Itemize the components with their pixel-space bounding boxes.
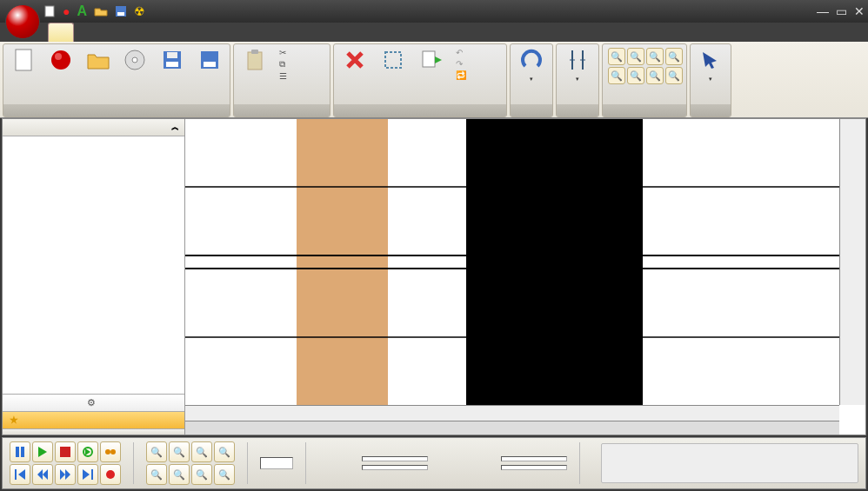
save-file-as-button[interactable]: [192, 46, 226, 76]
zoom-v-in-button[interactable]: 🔍: [608, 67, 625, 84]
goto-start-button[interactable]: [10, 464, 30, 485]
new-record-button[interactable]: [44, 46, 78, 76]
bb-zoom-7[interactable]: 🔍: [191, 464, 212, 485]
play-button[interactable]: [32, 441, 53, 462]
menu-edit[interactable]: [98, 23, 123, 42]
titlebar: ● A ☢ — ▭ ✕: [0, 0, 868, 23]
menu-noise-reduction[interactable]: [147, 23, 171, 42]
tab-favorites[interactable]: ★: [3, 411, 184, 428]
view-button[interactable]: ▾: [694, 46, 727, 85]
zoom-fit-button[interactable]: 🔍: [646, 48, 664, 65]
cut-button[interactable]: ✂: [279, 48, 290, 57]
time-ruler[interactable]: [185, 405, 839, 421]
group-view-label: [691, 104, 731, 116]
svg-point-23: [105, 449, 110, 455]
group-editing-label: [334, 104, 506, 116]
delete-button[interactable]: [337, 46, 372, 76]
svg-point-5: [55, 53, 62, 60]
bb-zoom-3[interactable]: 🔍: [191, 441, 212, 462]
rewind-button[interactable]: [32, 464, 53, 485]
load-cd-button[interactable]: [118, 46, 152, 76]
play-loop-button[interactable]: [77, 441, 98, 462]
close-icon[interactable]: ✕: [854, 4, 865, 18]
bb-zoom-8[interactable]: 🔍: [214, 464, 235, 485]
file-length-value[interactable]: [501, 465, 567, 470]
svg-point-4: [51, 50, 70, 70]
sel-length-value[interactable]: [501, 456, 567, 461]
group-select-label: [557, 104, 598, 116]
minimize-icon[interactable]: —: [817, 4, 829, 18]
bb-zoom-6[interactable]: 🔍: [169, 464, 190, 485]
db-scale: [839, 119, 865, 405]
select-all-icon: ☰: [279, 71, 287, 81]
svg-rect-9: [166, 62, 178, 67]
select-all-button[interactable]: ☰: [279, 71, 290, 81]
save-file-button[interactable]: [156, 46, 190, 76]
repeat-icon: 🔁: [456, 70, 466, 80]
favorites-list: [3, 136, 184, 394]
undo-button[interactable]: ↶: [456, 48, 470, 57]
repeat-button[interactable]: 🔁: [456, 70, 470, 80]
menu-effect[interactable]: [123, 23, 147, 42]
goto-end-button[interactable]: [77, 464, 98, 485]
svg-rect-14: [251, 50, 258, 54]
forward-button[interactable]: [55, 464, 76, 485]
group-file-label: [3, 104, 230, 116]
redo-button[interactable]: ↷: [456, 59, 470, 69]
mix-file-button[interactable]: [414, 46, 449, 76]
bb-zoom-5[interactable]: 🔍: [146, 464, 167, 485]
svg-point-24: [110, 449, 116, 455]
svg-rect-16: [423, 51, 435, 67]
qat-record-icon[interactable]: ●: [63, 4, 70, 18]
horizontal-scrollbar[interactable]: [185, 421, 839, 435]
zoom-v-out-button[interactable]: 🔍: [627, 67, 644, 84]
qat-open-icon[interactable]: [94, 5, 108, 17]
star-icon: ★: [10, 415, 18, 426]
qat-save-icon[interactable]: [115, 5, 127, 17]
waveform-area[interactable]: [185, 119, 865, 435]
qat-add-icon[interactable]: A: [77, 3, 87, 19]
zoom-sel-button[interactable]: 🔍: [665, 48, 683, 65]
zoom-right-button[interactable]: 🔍: [665, 67, 683, 84]
new-file-button[interactable]: [7, 46, 41, 76]
bb-zoom-4[interactable]: 🔍: [214, 441, 235, 462]
start-value[interactable]: [362, 456, 428, 461]
qat-radiation-icon[interactable]: ☢: [134, 4, 145, 18]
zoom-in-button[interactable]: 🔍: [608, 48, 625, 65]
svg-rect-2: [117, 12, 124, 16]
group-effect-label: [511, 104, 552, 116]
svg-rect-13: [248, 52, 262, 70]
stop-button[interactable]: [55, 441, 76, 462]
menu-file[interactable]: [74, 23, 98, 42]
pause-button[interactable]: [10, 441, 30, 462]
app-orb[interactable]: [5, 4, 40, 39]
svg-rect-3: [16, 50, 31, 70]
record-mode-button[interactable]: [100, 464, 121, 485]
menu-options[interactable]: [196, 23, 220, 42]
bb-zoom-2[interactable]: 🔍: [169, 441, 190, 462]
svg-rect-20: [21, 447, 24, 457]
crop-button[interactable]: [376, 46, 411, 76]
open-button[interactable]: [81, 46, 115, 76]
effect-button[interactable]: ▾: [514, 46, 549, 85]
zoom-left-button[interactable]: 🔍: [646, 67, 664, 84]
copy-button[interactable]: ⧉: [279, 59, 290, 70]
end-value[interactable]: [362, 465, 428, 470]
menu-bookmark[interactable]: [171, 23, 196, 42]
record-button[interactable]: [100, 441, 121, 462]
edit-favorites-button[interactable]: ⚙: [3, 394, 184, 411]
qat-new-icon[interactable]: [43, 5, 56, 17]
paste-button[interactable]: [237, 46, 272, 76]
svg-rect-25: [15, 469, 17, 480]
zoom-out-button[interactable]: 🔍: [627, 48, 644, 65]
maximize-icon[interactable]: ▭: [836, 4, 847, 18]
gear-icon: ⚙: [87, 397, 96, 408]
copy-icon: ⧉: [279, 59, 285, 70]
menu-help[interactable]: [220, 23, 244, 42]
collapse-icon[interactable]: ︽: [171, 122, 179, 133]
menu-home[interactable]: [48, 23, 74, 42]
svg-rect-12: [204, 62, 216, 67]
bb-zoom-1[interactable]: 🔍: [146, 441, 167, 462]
tab-quick-edit[interactable]: [3, 428, 184, 435]
select-button[interactable]: ▾: [560, 46, 595, 85]
